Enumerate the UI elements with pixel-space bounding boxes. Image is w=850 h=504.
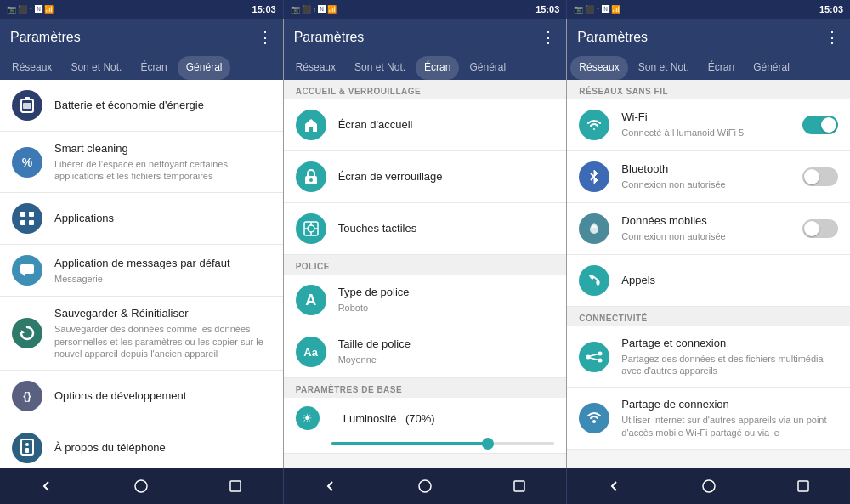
tab-ecran-3[interactable]: Écran <box>700 56 743 80</box>
lock-screen-title: Écran de verrouillage <box>338 170 555 184</box>
settings-item-dev[interactable]: {} Options de développement <box>0 371 283 422</box>
svg-rect-30 <box>230 481 241 491</box>
bluetooth-title: Bluetooth <box>621 162 802 177</box>
status-left-icons-2: 📷⬛↑🅽📶 <box>291 5 337 14</box>
tab-general-2[interactable]: Général <box>461 56 514 80</box>
svg-line-21 <box>591 173 594 177</box>
status-left-icons-1: 📷⬛↑🅽📶 <box>7 5 54 14</box>
brightness-slider-track[interactable] <box>332 442 555 445</box>
home-button-1[interactable] <box>131 476 151 496</box>
tab-general-1[interactable]: Général <box>178 56 231 80</box>
panel-general-menu[interactable]: ⋮ <box>258 28 273 47</box>
settings-item-about[interactable]: À propos du téléphone <box>0 422 283 468</box>
status-bar-3: 📷⬛↑🅽📶 15:03 <box>567 0 850 19</box>
svg-rect-4 <box>29 212 34 217</box>
tab-ecran-1[interactable]: Écran <box>132 56 175 80</box>
svg-line-27 <box>590 358 598 360</box>
settings-item-calls[interactable]: Appels <box>567 255 850 307</box>
recent-button-2[interactable] <box>509 476 530 496</box>
touch-title: Touches tactiles <box>338 222 555 236</box>
touch-icon <box>296 213 326 244</box>
mobile-data-toggle[interactable] <box>802 219 838 238</box>
dev-text: Options de développement <box>54 389 271 404</box>
svg-rect-2 <box>23 103 31 109</box>
panel-reseaux-menu[interactable]: ⋮ <box>824 28 840 47</box>
settings-item-bluetooth[interactable]: Bluetooth Connexion non autorisée <box>567 151 850 203</box>
svg-rect-1 <box>25 97 30 99</box>
settings-item-touch[interactable]: Touches tactiles <box>284 203 567 255</box>
settings-item-data[interactable]: Données mobiles Connexion non autorisée <box>567 203 850 255</box>
svg-point-11 <box>26 443 29 446</box>
svg-point-28 <box>592 420 596 423</box>
recent-button-1[interactable] <box>225 476 246 496</box>
wifi-title: Wi-Fi <box>621 110 802 125</box>
bottom-nav-2 <box>284 468 568 504</box>
bottom-nav-3 <box>567 468 850 504</box>
tab-son-2[interactable]: Son et Not. <box>346 56 414 80</box>
status-left-icons-3: 📷⬛↑🅽📶 <box>574 5 620 14</box>
hotspot-subtitle: Utiliser Internet sur d'autres appareils… <box>621 414 838 439</box>
settings-item-lock-screen[interactable]: Écran de verrouillage <box>284 151 567 203</box>
settings-item-backup[interactable]: Sauvegarder & Réinitialiser Sauvegarder … <box>0 297 283 371</box>
cleaning-title: Smart cleaning <box>54 142 271 156</box>
bluetooth-subtitle: Connexion non autorisée <box>621 178 802 190</box>
tab-reseaux-3[interactable]: Réseaux <box>570 56 627 80</box>
status-time-3: 15:03 <box>819 4 843 14</box>
home-button-3[interactable] <box>699 476 719 496</box>
settings-item-battery[interactable]: Batterie et économie d'énergie <box>0 80 283 132</box>
svg-rect-6 <box>29 220 34 225</box>
lock-screen-icon <box>296 161 326 192</box>
back-button-3[interactable] <box>604 476 625 496</box>
share-icon <box>579 342 609 372</box>
share-subtitle: Partagez des données et des fichiers mul… <box>621 353 838 377</box>
svg-rect-12 <box>26 448 29 453</box>
home-screen-text: Écran d'accueil <box>338 118 555 133</box>
tab-ecran-2[interactable]: Écran <box>416 56 459 80</box>
calls-text: Appels <box>621 274 838 288</box>
brightness-slider-thumb[interactable] <box>482 438 494 450</box>
tab-reseaux-1[interactable]: Réseaux <box>3 56 60 80</box>
recent-button-3[interactable] <box>793 476 813 496</box>
backup-subtitle: Sauvegarder des données comme les donnée… <box>54 323 271 360</box>
svg-point-16 <box>308 225 314 232</box>
settings-item-brightness[interactable]: ☀ Luminosité (70%) <box>284 398 567 454</box>
messages-title: Application de messages par défaut <box>54 257 271 271</box>
panel-general-tabs: Réseaux Son et Not. Écran Général <box>0 56 283 80</box>
settings-item-wifi[interactable]: Wi-Fi Connecté à Humanoid WiFi 5 <box>567 99 850 151</box>
dev-icon: {} <box>12 381 42 411</box>
wifi-text: Wi-Fi Connecté à Humanoid WiFi 5 <box>621 110 802 139</box>
tab-son-3[interactable]: Son et Not. <box>630 56 698 80</box>
brightness-icon: ☀ <box>296 406 320 430</box>
about-text: À propos du téléphone <box>54 441 271 456</box>
back-button-2[interactable] <box>320 476 341 496</box>
svg-rect-34 <box>798 481 808 491</box>
bluetooth-toggle[interactable] <box>802 167 838 186</box>
settings-item-hotspot[interactable]: Partage de connexion Utiliser Internet s… <box>567 388 850 449</box>
panel-general-title: Paramètres <box>10 30 81 45</box>
back-button-1[interactable] <box>37 476 57 496</box>
about-title: À propos du téléphone <box>54 441 271 456</box>
settings-item-share[interactable]: Partage et connexion Partagez des donnée… <box>567 326 850 388</box>
settings-item-apps[interactable]: Applications <box>0 193 283 245</box>
settings-item-home-screen[interactable]: Écran d'accueil <box>284 99 567 151</box>
tab-general-3[interactable]: Général <box>745 56 798 80</box>
tab-reseaux-2[interactable]: Réseaux <box>287 56 344 80</box>
wifi-toggle[interactable] <box>802 116 838 134</box>
tab-son-1[interactable]: Son et Not. <box>62 56 130 80</box>
panel-ecran-menu[interactable]: ⋮ <box>541 28 556 47</box>
svg-point-23 <box>586 354 591 359</box>
messages-icon <box>12 255 42 286</box>
settings-item-font-size[interactable]: Aa Taille de police Moyenne <box>284 326 567 378</box>
panel-general: Paramètres ⋮ Réseaux Son et Not. Écran G… <box>0 19 284 468</box>
font-type-subtitle: Roboto <box>338 302 555 314</box>
settings-item-font-type[interactable]: A Type de police Roboto <box>284 275 567 326</box>
calls-title: Appels <box>621 274 838 288</box>
panel-ecran-content: ACCUEIL & VERROUILLAGE Écran d'accueil <box>284 80 567 468</box>
home-button-2[interactable] <box>415 476 435 496</box>
panel-ecran-tabs: Réseaux Son et Not. Écran Général <box>284 56 567 80</box>
panel-ecran-title: Paramètres <box>294 30 365 45</box>
settings-item-cleaning[interactable]: % Smart cleaning Libérer de l'espace en … <box>0 132 283 193</box>
settings-item-messages[interactable]: Application de messages par défaut Messa… <box>0 245 283 297</box>
bluetooth-toggle-knob <box>804 169 819 184</box>
font-size-text: Taille de police Moyenne <box>338 337 555 365</box>
